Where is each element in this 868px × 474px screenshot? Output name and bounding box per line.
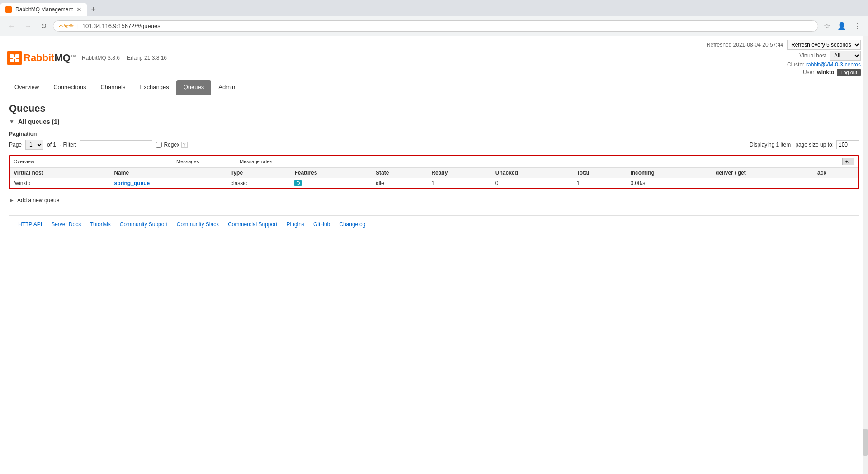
- cell-type: classic: [227, 178, 291, 189]
- page-label: Page: [9, 142, 22, 148]
- collapse-icon[interactable]: ▼: [9, 118, 14, 125]
- footer-commercial-support[interactable]: Commercial Support: [228, 221, 277, 228]
- th-total: Total: [573, 168, 627, 178]
- scrollbar-thumb[interactable]: [863, 429, 868, 456]
- column-toggle-button[interactable]: +/-: [842, 158, 854, 165]
- nav-overview[interactable]: Overview: [7, 80, 46, 95]
- cell-features: D: [291, 178, 372, 189]
- filter-label: - Filter:: [60, 142, 76, 148]
- cell-state: idle: [372, 178, 428, 189]
- section-title: All queues (1): [18, 118, 60, 125]
- version-info: RabbitMQ 3.8.6 Erlang 21.3.8.16: [82, 55, 167, 61]
- logo-rabbit: Rabbit: [24, 52, 54, 63]
- nav-exchanges[interactable]: Exchanges: [132, 80, 176, 95]
- header-right: Refreshed 2021-08-04 20:57:44 Refresh ev…: [707, 40, 861, 76]
- displaying-label: Displaying 1 item , page size up to:: [750, 142, 834, 148]
- plus-minus-btn[interactable]: +/-: [842, 158, 854, 165]
- footer-server-docs[interactable]: Server Docs: [51, 221, 81, 228]
- cell-deliver-get: [712, 178, 814, 189]
- queues-table-container: Overview Messages Message rates +/- Virt…: [9, 155, 859, 189]
- user-label: User: [803, 69, 814, 76]
- pagination: Pagination Page 1 of 1 - Filter: Regex ?…: [9, 131, 859, 150]
- bookmark-button[interactable]: ☆: [822, 20, 832, 32]
- profile-button[interactable]: 👤: [835, 20, 848, 32]
- pagination-label: Pagination: [9, 131, 859, 137]
- user-name: winkto: [817, 69, 834, 76]
- address-bar: 不安全 | 101.34.116.9:15672/#/queues: [53, 20, 818, 32]
- state-value: idle: [376, 180, 384, 186]
- footer: HTTP API Server Docs Tutorials Community…: [9, 215, 859, 233]
- logout-button[interactable]: Log out: [837, 69, 861, 76]
- regex-checkbox[interactable]: [156, 142, 162, 148]
- th-name: Name: [110, 168, 227, 178]
- group-overview: Overview: [14, 159, 176, 164]
- group-messages: Messages: [176, 159, 240, 164]
- rabbitmq-version: RabbitMQ 3.8.6: [82, 55, 120, 61]
- address-text[interactable]: 101.34.116.9:15672/#/queues: [82, 23, 812, 29]
- footer-community-slack[interactable]: Community Slack: [177, 221, 219, 228]
- menu-button[interactable]: ⋮: [852, 20, 863, 32]
- refresh-select[interactable]: Refresh every 5 seconds No refresh Every…: [787, 40, 861, 50]
- svg-rect-1: [10, 54, 14, 58]
- regex-text: Regex: [164, 142, 179, 148]
- svg-rect-3: [10, 59, 14, 62]
- svg-rect-5: [13, 57, 16, 59]
- new-tab-button[interactable]: +: [87, 5, 99, 14]
- cell-virtual-host: /winkto: [10, 178, 110, 189]
- vhost-select[interactable]: All / /winkto: [830, 51, 861, 61]
- vhost-row: Virtual host All / /winkto: [799, 51, 861, 61]
- section-header: ▼ All queues (1): [9, 118, 859, 125]
- regex-label: Regex ?: [156, 142, 187, 148]
- page-size-input[interactable]: [836, 140, 859, 149]
- forward-button[interactable]: →: [22, 20, 34, 32]
- cell-incoming: 0.00/s: [627, 178, 712, 189]
- nav-connections[interactable]: Connections: [46, 80, 93, 95]
- svg-rect-4: [15, 59, 19, 62]
- scrollbar[interactable]: [863, 36, 868, 474]
- tab-close-button[interactable]: ✕: [76, 6, 82, 13]
- cell-name: spring_queue: [110, 178, 227, 189]
- footer-plugins[interactable]: Plugins: [287, 221, 304, 228]
- nav-admin[interactable]: Admin: [211, 80, 242, 95]
- logo-tm: TM: [71, 54, 76, 58]
- security-warning: 不安全: [59, 23, 74, 29]
- browser-tab[interactable]: RabbitMQ Management ✕: [0, 3, 87, 16]
- footer-github[interactable]: GitHub: [313, 221, 330, 228]
- cluster-link[interactable]: rabbit@VM-0-3-centos: [806, 62, 861, 68]
- reload-button[interactable]: ↻: [38, 20, 49, 32]
- table-group-headers: Overview Messages Message rates +/-: [10, 156, 858, 167]
- footer-http-api[interactable]: HTTP API: [18, 221, 42, 228]
- browser-actions: ☆ 👤 ⋮: [822, 20, 863, 32]
- group-rates: Message rates: [240, 159, 330, 164]
- footer-community-support[interactable]: Community Support: [120, 221, 168, 228]
- tab-favicon: [5, 6, 12, 13]
- user-row: User winkto Log out: [803, 69, 861, 76]
- nav-queues[interactable]: Queues: [176, 80, 212, 95]
- table-row: /winkto spring_queue classic D idle 1 0 …: [10, 178, 858, 189]
- footer-tutorials[interactable]: Tutorials: [90, 221, 111, 228]
- app-header: RabbitMQTM RabbitMQ 3.8.6 Erlang 21.3.8.…: [0, 36, 868, 80]
- refresh-row: Refreshed 2021-08-04 20:57:44 Refresh ev…: [707, 40, 861, 50]
- pagination-controls: Page 1 of 1 - Filter: Regex ? Displaying…: [9, 140, 859, 150]
- of-label: of 1: [47, 142, 56, 148]
- nav-channels[interactable]: Channels: [93, 80, 132, 95]
- th-type: Type: [227, 168, 291, 178]
- th-incoming: incoming: [627, 168, 712, 178]
- add-queue-section[interactable]: ► Add a new queue: [9, 194, 859, 206]
- main-content: Queues ▼ All queues (1) Pagination Page …: [0, 95, 868, 240]
- footer-changelog[interactable]: Changelog: [339, 221, 365, 228]
- filter-input[interactable]: [80, 140, 152, 149]
- page-select[interactable]: 1: [25, 140, 43, 150]
- cell-total: 1: [573, 178, 627, 189]
- queue-name-link[interactable]: spring_queue: [114, 180, 150, 186]
- regex-help[interactable]: ?: [181, 142, 188, 148]
- back-button[interactable]: ←: [5, 20, 18, 32]
- add-queue-label: Add a new queue: [17, 197, 59, 204]
- nav-bar: Overview Connections Channels Exchanges …: [0, 80, 868, 95]
- page-size-display: Displaying 1 item , page size up to:: [750, 140, 859, 149]
- svg-rect-2: [15, 54, 19, 58]
- tab-title: RabbitMQ Management: [15, 6, 73, 13]
- cell-ready: 1: [428, 178, 492, 189]
- th-unacked: Unacked: [492, 168, 573, 178]
- erlang-version: Erlang 21.3.8.16: [127, 55, 167, 61]
